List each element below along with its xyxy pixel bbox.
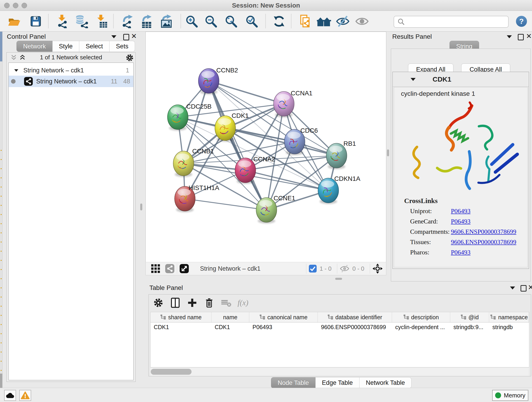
- export-network-button[interactable]: [120, 13, 136, 30]
- column-header-namespace[interactable]: namespace: [489, 312, 529, 322]
- network-view-toolbar: String Network – cdk1 1 - 0 0 - 0: [146, 262, 386, 275]
- results-panel-float-icon[interactable]: [518, 34, 524, 40]
- duplicate-network-button[interactable]: [297, 13, 313, 30]
- selected-checkbox-icon[interactable]: [309, 264, 317, 273]
- right-splitter-grip[interactable]: [387, 149, 389, 156]
- help-button[interactable]: ?: [516, 16, 527, 27]
- eye-icon: [355, 15, 369, 28]
- crosslink-label: Uniprot:: [410, 207, 451, 215]
- crosslink-link[interactable]: P06493: [451, 218, 471, 225]
- network-collection-row[interactable]: String Network – cdk1 1: [9, 65, 133, 76]
- left-splitter-grip[interactable]: [140, 204, 142, 211]
- show-columns-icon[interactable]: [170, 297, 181, 308]
- fit-content-button[interactable]: [223, 13, 239, 30]
- crosslink-link[interactable]: 9606.ENSP00000378699: [451, 238, 516, 246]
- control-panel-close-icon[interactable]: ✕: [131, 33, 137, 39]
- node-label-CCNE1: CCNE1: [273, 195, 295, 202]
- toolbar-separator: [291, 14, 291, 28]
- gene-collapse-caret[interactable]: [411, 78, 416, 81]
- column-header-canonical-name[interactable]: canonical name: [249, 312, 318, 322]
- tab-network[interactable]: Network: [17, 41, 52, 52]
- network-status-dot: [11, 79, 16, 84]
- houses-icon: [317, 15, 331, 27]
- open-in-new-window-icon[interactable]: [179, 264, 189, 274]
- search-input[interactable]: [407, 17, 508, 27]
- zoom-selected-icon: [245, 15, 258, 28]
- zoom-out-button[interactable]: [203, 13, 219, 30]
- horizontal-scrollbar[interactable]: [150, 367, 529, 376]
- toolbar-separator: [337, 264, 337, 274]
- share-network-icon[interactable]: [165, 264, 175, 274]
- refresh-button[interactable]: [271, 13, 287, 30]
- table-options-gear-icon[interactable]: [153, 297, 164, 308]
- import-network-database-button[interactable]: [73, 13, 90, 30]
- bottom-splitter-grip[interactable]: [335, 278, 342, 280]
- tab-select[interactable]: Select: [79, 41, 109, 52]
- cloud-button[interactable]: [4, 390, 16, 401]
- network-canvas[interactable]: CCNB2CCNA1CDC25BCDK1CDC6RB1CCNB1CCNA2CDK…: [146, 32, 386, 262]
- show-all-button[interactable]: [354, 13, 370, 30]
- warning-button[interactable]: [19, 390, 31, 401]
- crosslink-link[interactable]: P06493: [451, 207, 471, 215]
- open-file-button[interactable]: [6, 13, 22, 30]
- edge-CCNA2-CDKN1A[interactable]: [245, 170, 328, 191]
- results-panel-menu-caret[interactable]: [507, 35, 512, 38]
- tab-sets[interactable]: Sets: [109, 41, 135, 52]
- save-session-button[interactable]: [27, 13, 44, 30]
- delete-column-trash-icon[interactable]: [204, 297, 215, 308]
- node-label-CCNB2: CCNB2: [216, 67, 238, 74]
- memory-button[interactable]: Memory: [492, 390, 528, 401]
- network-badge-icon: [24, 77, 33, 86]
- collection-caret-icon[interactable]: [14, 69, 18, 71]
- zoom-in-button[interactable]: [183, 13, 200, 30]
- edge-CCNB2-CCNA1[interactable]: [209, 81, 284, 104]
- warning-icon: [21, 391, 30, 400]
- network-name: String Network – cdk1: [36, 78, 97, 85]
- import-network-button[interactable]: [54, 13, 70, 30]
- memory-label: Memory: [504, 392, 525, 399]
- column-label: description: [411, 314, 439, 321]
- grid-view-icon[interactable]: [151, 264, 160, 274]
- hidden-eye-slash-icon[interactable]: [340, 264, 350, 273]
- search-field[interactable]: [394, 16, 509, 28]
- table-cell: 9606.ENSP00000378699: [318, 322, 392, 332]
- collection-name: String Network – cdk1: [23, 67, 84, 74]
- gene-section-header[interactable]: CDK1: [393, 72, 529, 87]
- fit-content-icon: [224, 15, 238, 28]
- network-options-gear-icon[interactable]: [126, 54, 133, 62]
- column-header-name[interactable]: name: [211, 312, 249, 322]
- control-panel-float-icon[interactable]: [123, 34, 129, 40]
- column-header-shared-name[interactable]: shared name: [151, 312, 211, 322]
- column-header-database-identifier[interactable]: database identifier: [318, 312, 392, 322]
- node-label-RB1: RB1: [343, 140, 356, 147]
- export-table-button[interactable]: [138, 13, 155, 30]
- crosslink-label: Tissues:: [410, 238, 451, 246]
- network-row-selected[interactable]: String Network – cdk1 11 48: [9, 76, 133, 87]
- column-header-id[interactable]: @id: [450, 312, 489, 322]
- table-panel-float-icon[interactable]: [520, 285, 526, 292]
- results-panel-close-icon[interactable]: ✕: [526, 33, 532, 39]
- export-image-button[interactable]: [158, 13, 175, 30]
- column-header-description[interactable]: description: [392, 312, 450, 322]
- tab-node-table[interactable]: Node Table: [271, 377, 316, 388]
- table-row[interactable]: CDK1CDK1P064939606.ENSP00000378699cyclin…: [151, 322, 529, 332]
- tab-style[interactable]: Style: [52, 41, 79, 52]
- memory-status-dot: [495, 392, 501, 398]
- import-table-button[interactable]: [93, 13, 109, 30]
- tab-network-table[interactable]: Network Table: [360, 377, 412, 388]
- table-panel-menu-caret[interactable]: [510, 287, 515, 289]
- create-column-plus-icon[interactable]: [187, 297, 198, 308]
- node-label-CCNA1: CCNA1: [291, 89, 312, 97]
- toolbar-separator: [181, 14, 181, 28]
- table-panel-close-icon[interactable]: ✕: [528, 284, 532, 290]
- fit-selection-crosshair-icon[interactable]: [372, 263, 383, 274]
- control-panel-menu-caret[interactable]: [111, 35, 116, 38]
- crosslink-link[interactable]: 9606.ENSP00000378699: [451, 228, 516, 235]
- tab-edge-table[interactable]: Edge Table: [316, 377, 360, 388]
- zoom-selected-button[interactable]: [243, 13, 260, 30]
- scrollbar-thumb[interactable]: [151, 369, 191, 375]
- first-neighbors-button[interactable]: [316, 13, 332, 30]
- edge-HIST1H1A-CCNE1[interactable]: [185, 199, 266, 210]
- crosslink-link[interactable]: P06493: [451, 249, 471, 256]
- hide-selected-button[interactable]: [335, 13, 351, 30]
